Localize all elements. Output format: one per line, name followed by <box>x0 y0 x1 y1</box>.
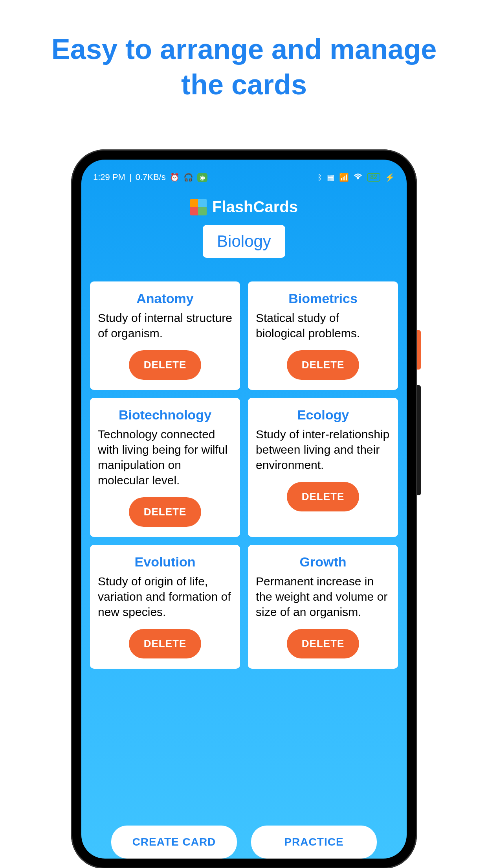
card-evolution[interactable]: Evolution Study of origin of life, varia… <box>90 545 240 669</box>
alarm-icon: ⏰ <box>170 173 180 182</box>
battery-level: 82 <box>370 174 377 181</box>
app-name: FlashCards <box>212 198 298 216</box>
app-logo-icon <box>190 199 207 215</box>
card-title: Anatomy <box>98 291 232 306</box>
delete-button[interactable]: DELETE <box>129 497 202 527</box>
card-biotechnology[interactable]: Biotechnology Technology connected with … <box>90 398 240 537</box>
phone-volume-button <box>417 385 421 495</box>
cards-grid: Anatomy Study of internal structure of o… <box>81 266 407 677</box>
card-ecology[interactable]: Ecology Study of inter-relationship betw… <box>248 398 398 537</box>
wifi-icon <box>354 173 362 182</box>
delete-button[interactable]: DELETE <box>129 629 202 658</box>
card-description: Study of inter-relationship between livi… <box>256 427 390 473</box>
promo-title: Easy to arrange and manage the cards <box>0 0 488 118</box>
status-time: 1:29 PM <box>93 172 125 182</box>
card-description: Study of internal structure of organism. <box>98 310 232 341</box>
app-title-row: FlashCards <box>190 198 298 216</box>
card-biometrics[interactable]: Biometrics Statical study of biological … <box>248 281 398 390</box>
headphones-icon: 🎧 <box>183 173 193 182</box>
status-left: 1:29 PM | 0.7KB/s ⏰ 🎧 ◉ <box>93 172 207 182</box>
card-anatomy[interactable]: Anatomy Study of internal structure of o… <box>90 281 240 390</box>
category-label[interactable]: Biology <box>203 225 285 258</box>
delete-button[interactable]: DELETE <box>287 629 360 658</box>
volte-icon: ▦ <box>327 173 334 182</box>
status-separator: | <box>129 172 132 182</box>
delete-button[interactable]: DELETE <box>129 350 202 380</box>
phone-frame: 1:29 PM | 0.7KB/s ⏰ 🎧 ◉ ᛒ ▦ 📶 82 ⚡ <box>71 149 417 868</box>
card-title: Ecology <box>256 407 390 423</box>
status-data-speed: 0.7KB/s <box>136 172 166 182</box>
bluetooth-icon: ᛒ <box>317 173 322 182</box>
card-title: Biotechnology <box>98 407 232 423</box>
card-description: Study of origin of life, variation and f… <box>98 574 232 620</box>
app-header: FlashCards Biology <box>81 186 407 266</box>
card-title: Growth <box>256 554 390 570</box>
signal-icon: 📶 <box>339 173 349 182</box>
card-title: Biometrics <box>256 291 390 306</box>
card-description: Permanent increase in the weight and vol… <box>256 574 390 620</box>
status-app-badge-icon: ◉ <box>197 173 207 182</box>
practice-button[interactable]: PRACTICE <box>251 826 377 859</box>
phone-screen: 1:29 PM | 0.7KB/s ⏰ 🎧 ◉ ᛒ ▦ 📶 82 ⚡ <box>81 160 407 859</box>
battery-icon: 82 <box>367 173 380 182</box>
bottom-action-bar: CREATE CARD PRACTICE <box>81 818 407 859</box>
create-card-button[interactable]: CREATE CARD <box>111 826 237 859</box>
charging-icon: ⚡ <box>385 173 395 182</box>
card-description: Statical study of biological problems. <box>256 310 390 341</box>
card-growth[interactable]: Growth Permanent increase in the weight … <box>248 545 398 669</box>
card-description: Technology connected with living being f… <box>98 427 232 488</box>
status-bar: 1:29 PM | 0.7KB/s ⏰ 🎧 ◉ ᛒ ▦ 📶 82 ⚡ <box>81 160 407 186</box>
card-title: Evolution <box>98 554 232 570</box>
delete-button[interactable]: DELETE <box>287 482 360 511</box>
status-right: ᛒ ▦ 📶 82 ⚡ <box>317 173 395 182</box>
phone-power-button <box>417 330 421 370</box>
delete-button[interactable]: DELETE <box>287 350 360 380</box>
